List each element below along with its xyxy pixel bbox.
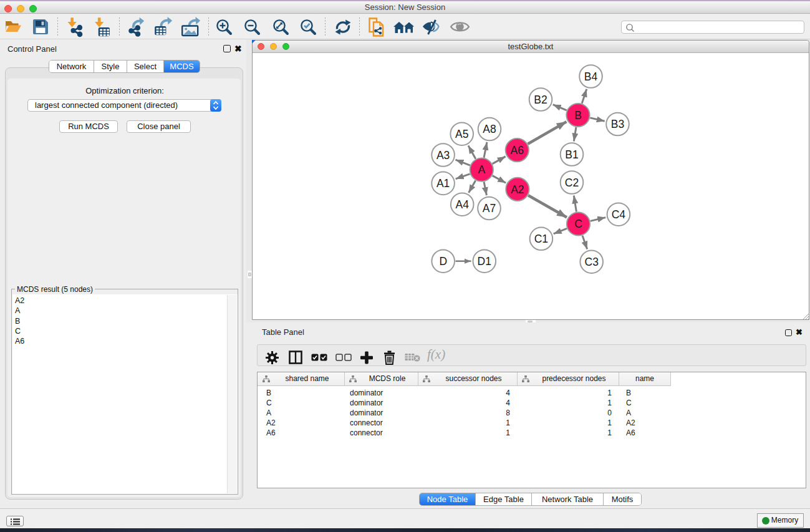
svg-text:A7: A7 — [483, 202, 496, 215]
svg-text:B1: B1 — [565, 148, 578, 161]
svg-text:D1: D1 — [478, 255, 491, 268]
svg-text:B: B — [574, 109, 582, 122]
svg-text:C4: C4 — [612, 208, 626, 221]
svg-text:C: C — [574, 218, 582, 230]
svg-text:A: A — [478, 163, 485, 176]
svg-text:A8: A8 — [483, 123, 496, 135]
svg-text:A4: A4 — [455, 198, 469, 211]
svg-text:C3: C3 — [585, 256, 599, 268]
svg-text:D: D — [439, 255, 447, 268]
svg-text:C2: C2 — [565, 177, 579, 189]
svg-text:A6: A6 — [511, 144, 524, 157]
svg-text:B3: B3 — [611, 118, 624, 130]
svg-text:B2: B2 — [534, 94, 547, 106]
svg-text:C1: C1 — [534, 233, 548, 245]
svg-text:A5: A5 — [455, 128, 468, 140]
svg-text:B4: B4 — [584, 70, 598, 83]
svg-text:A2: A2 — [511, 183, 524, 196]
svg-text:A3: A3 — [436, 149, 450, 162]
svg-text:A1: A1 — [436, 177, 450, 190]
